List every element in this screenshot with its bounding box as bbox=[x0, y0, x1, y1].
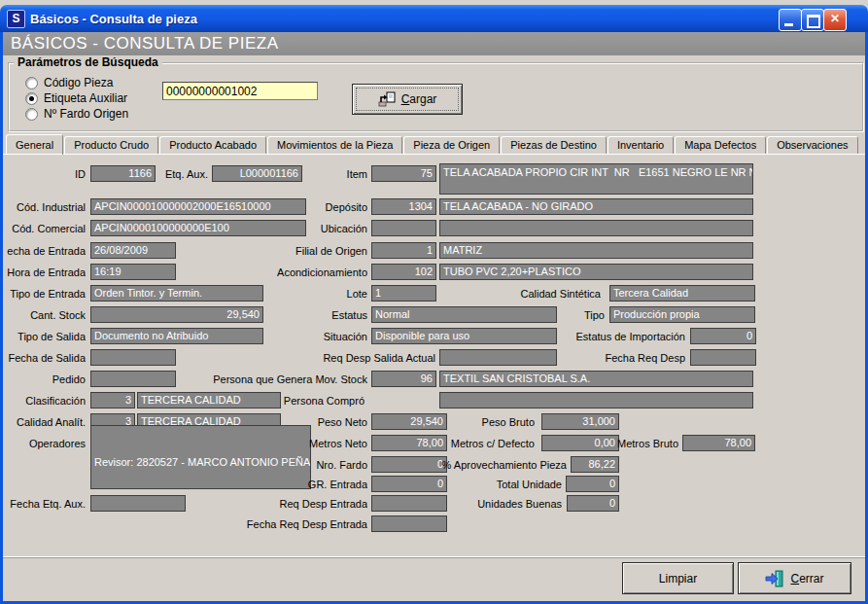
field-pedido-label: Pedido bbox=[0, 373, 86, 387]
field-tipo-entrada-value: Orden Tintor. y Termin. bbox=[90, 285, 263, 302]
field-estatus-label: Estatus bbox=[321, 309, 367, 323]
tab-bar: General Producto Crudo Producto Acabado … bbox=[6, 134, 859, 154]
field-ubicacion-value bbox=[371, 220, 436, 236]
tab-observaciones[interactable]: Observaciones bbox=[767, 136, 857, 154]
app-icon: S bbox=[7, 10, 25, 28]
radio-fardo-origen-icon[interactable] bbox=[25, 108, 38, 121]
field-calidad-sintetica-value: Tercera Calidad bbox=[609, 285, 755, 302]
field-peso-bruto-value: 31,000 bbox=[541, 413, 619, 430]
field-filial-origen-value: 1 bbox=[371, 242, 436, 259]
field-tipo-label: Tipo bbox=[564, 309, 605, 323]
field-persona-genera-label: Persona que Genera Mov. Stock bbox=[192, 373, 367, 387]
minimize-icon bbox=[784, 23, 793, 26]
field-hora-entrada-label: Hora de Entrada bbox=[0, 266, 86, 280]
tab-producto-acabado[interactable]: Producto Acabado bbox=[159, 136, 266, 154]
field-gr-entrada-label: GR. Entrada bbox=[296, 479, 367, 492]
field-persona-genera-desc: TEXTIL SAN CRISTOBAL S.A. bbox=[439, 371, 753, 387]
tab-piezas-destino[interactable]: Piezas de Destino bbox=[501, 136, 607, 154]
field-req-desp-salida-label: Req Desp Salida Actual bbox=[301, 352, 435, 366]
field-metros-neto-label: Metros Neto bbox=[292, 438, 367, 451]
maximize-button[interactable] bbox=[801, 9, 824, 31]
radio-fardo-origen[interactable]: Nº Fardo Origen bbox=[25, 107, 128, 121]
field-item-desc: TELA ACABADA PROPIO CIR INT NR E1651 NEG… bbox=[439, 163, 753, 195]
title-bar[interactable]: S Básicos - Consulta de pieza bbox=[0, 5, 868, 32]
field-id-value: 1166 bbox=[90, 165, 156, 182]
field-deposito-desc: TELA ACABADA - NO GIRADO bbox=[439, 198, 753, 215]
field-pedido-value bbox=[90, 371, 176, 387]
field-metros-bruto-label: Metros Bruto bbox=[608, 438, 678, 451]
limpiar-button[interactable]: Limpiar bbox=[622, 562, 734, 594]
field-metros-defecto-value: 0,00 bbox=[541, 435, 619, 451]
radio-codigo-pieza-icon[interactable] bbox=[25, 77, 38, 89]
field-gr-entrada-value: 0 bbox=[371, 476, 447, 492]
field-cod-comercial-label: Cód. Comercial bbox=[0, 223, 86, 236]
field-estatus-importacion-value: 0 bbox=[690, 328, 756, 344]
field-persona-compro-label: Persona Compró bbox=[267, 395, 365, 409]
radio-codigo-pieza[interactable]: Código Pieza bbox=[25, 76, 113, 89]
tab-general[interactable]: General bbox=[6, 134, 63, 155]
field-item-value: 75 bbox=[371, 165, 436, 182]
field-ubicacion-label: Ubicación bbox=[282, 223, 367, 236]
field-tipo-salida-label: Tipo de Salida bbox=[0, 331, 86, 344]
field-cant-stock-label: Cant. Stock bbox=[0, 309, 86, 323]
field-unidades-buenas-label: Unidades Buenas bbox=[457, 498, 562, 512]
radio-etiqueta-auxiliar[interactable]: Etiqueta Auxiliar bbox=[25, 91, 127, 105]
field-etq-aux-label: Etq. Aux. bbox=[154, 168, 208, 182]
field-req-desp-entrada-label: Req Desp Entrada bbox=[262, 498, 367, 512]
field-filial-origen-label: Filial de Origen bbox=[272, 245, 367, 259]
field-tipo-entrada-label: Tipo de Entrada bbox=[0, 288, 86, 302]
tab-panel-edge bbox=[3, 154, 865, 155]
field-lote-value: 1 bbox=[371, 285, 436, 302]
field-acond-desc: TUBO PVC 2,20+PLASTICO bbox=[439, 264, 753, 280]
close-button[interactable]: ✕ bbox=[823, 9, 847, 31]
tab-producto-crudo[interactable]: Producto Crudo bbox=[64, 136, 158, 154]
page-title: BÁSICOS - CONSULTA DE PIEZA bbox=[3, 32, 865, 55]
field-cod-industrial-value: APCIN000010000002000E16510000 bbox=[90, 198, 306, 215]
field-tipo-value: Producción propia bbox=[609, 306, 755, 323]
field-deposito-label: Depósito bbox=[282, 201, 367, 215]
field-total-unidade-value: 0 bbox=[566, 476, 619, 492]
field-acondicionamiento-label: Acondicionamiento bbox=[251, 266, 367, 280]
tab-pieza-origen[interactable]: Pieza de Origen bbox=[403, 136, 500, 154]
field-req-desp-entrada-value bbox=[371, 495, 447, 512]
tab-mapa-defectos[interactable]: Mapa Defectos bbox=[675, 136, 766, 154]
tab-inventario[interactable]: Inventario bbox=[608, 136, 674, 154]
field-situacion-label: Situación bbox=[309, 331, 367, 344]
minimize-button[interactable] bbox=[779, 9, 802, 31]
field-clasificacion-value: 3 bbox=[90, 392, 135, 409]
field-lote-label: Lote bbox=[329, 288, 367, 302]
field-calidad-sintetica-label: Calidad Sintética bbox=[486, 288, 601, 302]
field-cod-comercial-value: APCIN0000100000000E100 bbox=[90, 220, 306, 236]
cerrar-button[interactable]: Cerrar bbox=[738, 562, 851, 594]
operadores-line-1: Revisor: 2820527 - MARCO ANTONIO PEÑA LO bbox=[94, 455, 307, 470]
field-unidades-buenas-value: 0 bbox=[567, 495, 619, 512]
field-metros-defecto-label: Metros c/ Defecto bbox=[428, 438, 535, 451]
field-estatus-importacion-label: Estatus de Importación bbox=[556, 331, 685, 344]
field-deposito-value: 1304 bbox=[371, 198, 436, 215]
footer-separator bbox=[3, 556, 865, 558]
field-acondicionamiento-value: 102 bbox=[371, 264, 436, 280]
field-fecha-entrada-label: echa de Entrada bbox=[0, 245, 86, 259]
field-nro-fardo-label: Nro. Fardo bbox=[299, 459, 367, 473]
field-fecha-etq-aux-label: Fecha Etq. Aux. bbox=[0, 498, 86, 512]
search-input[interactable] bbox=[162, 82, 318, 100]
close-icon: ✕ bbox=[830, 12, 840, 25]
field-peso-neto-value: 29,540 bbox=[371, 413, 447, 430]
field-fecha-entrada-value: 26/08/2009 bbox=[90, 242, 176, 259]
field-clasificacion-desc: TERCERA CALIDAD bbox=[137, 392, 281, 409]
search-parameters-legend: Parámetros de Búsqueda bbox=[14, 55, 162, 69]
field-ubicacion-desc bbox=[439, 220, 753, 236]
field-fecha-req-desp-value bbox=[690, 349, 756, 366]
field-req-desp-salida-value bbox=[439, 349, 557, 366]
field-estatus-value: Normal bbox=[371, 306, 557, 323]
field-persona-compro-value bbox=[439, 392, 753, 409]
cargar-label: Cargar bbox=[401, 92, 437, 106]
exit-door-icon bbox=[765, 570, 784, 587]
cargar-button[interactable]: Cargar bbox=[352, 84, 463, 115]
field-fecha-req-desp-label: Fecha Req Desp bbox=[581, 352, 685, 366]
radio-etiqueta-auxiliar-icon[interactable] bbox=[25, 92, 38, 105]
field-item-label: Item bbox=[309, 168, 367, 182]
field-clasificacion-label: Clasificación bbox=[0, 395, 86, 409]
radio-etiqueta-auxiliar-label: Etiqueta Auxiliar bbox=[44, 91, 127, 105]
tab-movimientos-pieza[interactable]: Movimientos de la Pieza bbox=[267, 136, 402, 154]
